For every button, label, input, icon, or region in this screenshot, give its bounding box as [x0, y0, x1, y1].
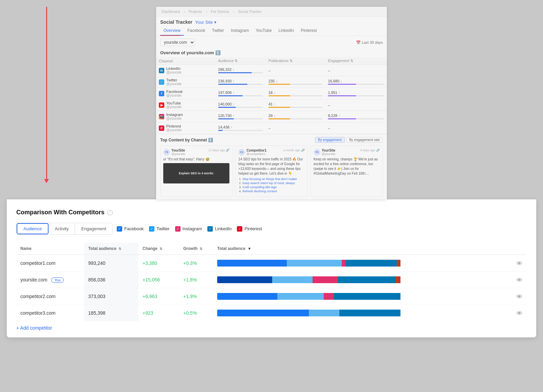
controls-row: Audience Activity Engagement ✓ Facebook … — [16, 223, 527, 235]
card-1-site-name: YourSite — [171, 149, 185, 152]
filter-instagram[interactable]: ✓ Instagram — [175, 226, 202, 232]
filter-instagram-label: Instagram — [183, 226, 202, 231]
table-row: yoursite.com You 856,036 +15,056 +1.8% — [16, 272, 527, 288]
col-name: Name — [16, 243, 84, 255]
card-2-list-link-4[interactable]: Refresh declining content — [242, 190, 277, 193]
filter-by-engagement[interactable]: By engagement — [315, 137, 345, 143]
comp-growth: +0.5% — [183, 310, 197, 316]
card-2-time: a month ago 🔗 — [283, 149, 305, 152]
tab-activity[interactable]: Activity — [49, 223, 75, 234]
comp-growth: +1.8% — [183, 277, 197, 282]
tab-audience[interactable]: Audience — [17, 223, 49, 234]
checkbox-facebook: ✓ — [117, 226, 122, 232]
filter-twitter-label: Twitter — [156, 226, 169, 231]
site-selector[interactable]: Your Site ▾ — [195, 20, 217, 25]
col-publications: Publications ⇅ — [266, 57, 325, 65]
overview-section-title: Overview of yoursite.com ℹ️ — [156, 49, 387, 57]
tab-facebook[interactable]: Facebook — [184, 26, 209, 36]
card-2-avatar: C1 — [238, 149, 245, 156]
date-filter[interactable]: 📅 Last 30 days — [356, 40, 383, 45]
card-2-list-item-3: Craft compelling title tags — [242, 185, 304, 189]
card-3-avatar: YS — [314, 149, 320, 156]
breadcrumb-demos[interactable]: For Demos — [211, 9, 229, 14]
page-wrapper: Dashboard › Projects › For Demos › Socia… — [0, 0, 543, 392]
svg-point-7 — [518, 312, 520, 314]
browser-content: Dashboard › Projects › For Demos › Socia… — [156, 7, 387, 199]
you-badge: You — [51, 277, 64, 283]
comparison-info-icon[interactable]: ⁝ — [107, 210, 113, 215]
filter-linkedin-label: LinkedIn — [215, 226, 231, 231]
comp-total-audience: 993,240 — [88, 260, 106, 266]
table-row: P Pinterest @yoursite 14,436 ↑ – – — [156, 122, 387, 134]
col-chart[interactable]: Total audience ▼ — [213, 243, 512, 255]
filter-linkedin[interactable]: ✓ LinkedIn — [207, 226, 231, 232]
filter-pinterest[interactable]: ✓ Pinterest — [237, 226, 262, 232]
col-channel: Channel — [156, 57, 216, 65]
col-audience: Audience ⇅ — [216, 57, 266, 65]
comp-total-audience: 373,003 — [88, 294, 106, 299]
comp-change: +923 — [143, 310, 153, 316]
comp-growth: +1.9% — [183, 294, 197, 299]
col-growth[interactable]: Growth ⇅ — [179, 243, 213, 255]
sort-chart-icon: ▼ — [247, 247, 251, 251]
svg-point-3 — [518, 279, 520, 281]
tab-overview[interactable]: Overview — [160, 26, 184, 36]
channel-filters: ✓ Facebook ✓ Twitter ✓ Instagram ✓ Linke… — [117, 226, 262, 232]
table-row: 🐦 Twitter @yoursite 236,930 ↑ 235 ↓ 16,6… — [156, 76, 387, 88]
breadcrumb-dashboard[interactable]: Dashboard — [162, 9, 180, 14]
card-3-text: Keep on winning, champs 🏆 We're just as … — [314, 157, 380, 176]
filter-by-engagement-rate[interactable]: By engagement rate — [346, 137, 383, 143]
card-1-image: Explain SEO in 4 words: — [163, 163, 229, 183]
content-card-1: YS YourSite @yoursite 12 days ago 🔗 or "… — [160, 145, 232, 197]
col-actions — [512, 243, 527, 255]
channel-table: Channel Audience ⇅ Publications ⇅ Engage… — [156, 57, 387, 134]
tab-youtube[interactable]: YouTube — [252, 26, 275, 36]
sort-change-icon: ⇅ — [160, 247, 162, 251]
tab-pinterest[interactable]: Pinterest — [297, 26, 320, 36]
card-3-site: YS YourSite @yoursite — [314, 149, 336, 156]
eye-icon[interactable] — [516, 260, 523, 267]
tab-instagram[interactable]: Instagram — [227, 26, 252, 36]
filter-facebook[interactable]: ✓ Facebook — [117, 226, 144, 232]
tab-twitter[interactable]: Twitter — [209, 26, 227, 36]
card-2-list-link-2[interactable]: Keep search intent top of mind, always — [242, 181, 295, 185]
col-change[interactable]: Change ⇅ — [138, 243, 179, 255]
card-2-list-link-3[interactable]: Craft compelling title tags — [242, 185, 277, 189]
eye-icon[interactable] — [516, 310, 523, 316]
comp-site-name: competitor3.com — [20, 310, 55, 316]
comp-bar — [217, 293, 508, 300]
comp-growth: +0.3% — [183, 260, 197, 266]
filter-buttons: By engagement By engagement rate — [315, 137, 383, 143]
arrow-tip — [44, 179, 49, 183]
tab-engagement[interactable]: Engagement — [75, 223, 112, 234]
filter-twitter[interactable]: ✓ Twitter — [149, 226, 169, 232]
comp-bar — [217, 260, 508, 267]
arrow-line — [46, 7, 47, 179]
card-1-text: or "It's not that easy", Harry 😅 — [163, 157, 229, 162]
tab-linkedin[interactable]: LinkedIn — [275, 26, 297, 36]
add-competitor-btn[interactable]: + Add competitor — [16, 321, 527, 331]
card-2-handle: @competitor1 — [246, 152, 266, 156]
checkbox-pinterest: ✓ — [237, 226, 242, 232]
card-2-list-link-1[interactable]: Stop focusing on things that don't matte… — [242, 177, 297, 181]
page-header: Social Tracker Your Site ▾ — [156, 17, 387, 26]
eye-icon[interactable] — [516, 276, 523, 283]
col-total-audience[interactable]: Total audience ⇅ — [84, 243, 138, 255]
svg-point-5 — [518, 295, 520, 297]
card-2-list-item-1: Stop focusing on things that don't matte… — [242, 177, 304, 181]
breadcrumb-projects[interactable]: Projects — [189, 9, 202, 14]
table-row: in LinkedIn @yoursite 286,332 ↑ – – — [156, 65, 387, 76]
panel-content: Comparison With Competitors ⁝ Audience A… — [7, 199, 536, 337]
card-1-site: YS YourSite @yoursite — [163, 149, 185, 156]
table-row: 📷 Instagram @yoursite 120,730 ↑ 29 ↓ 8,2… — [156, 111, 387, 122]
comp-bar — [217, 310, 508, 316]
breadcrumb: Dashboard › Projects › For Demos › Socia… — [156, 7, 387, 17]
card-3-site-name: YourSite — [322, 149, 336, 152]
arrow-indicator — [44, 7, 49, 183]
domain-select[interactable]: yoursite.com — [160, 39, 195, 46]
eye-icon[interactable] — [516, 293, 523, 300]
card-2-site-name: Competitor1 — [246, 149, 266, 152]
breadcrumb-social-tracker[interactable]: Social Tracker — [238, 9, 262, 14]
col-engagement: Engagement ⇅ — [325, 57, 387, 65]
comp-site-name: yoursite.com — [20, 277, 47, 282]
